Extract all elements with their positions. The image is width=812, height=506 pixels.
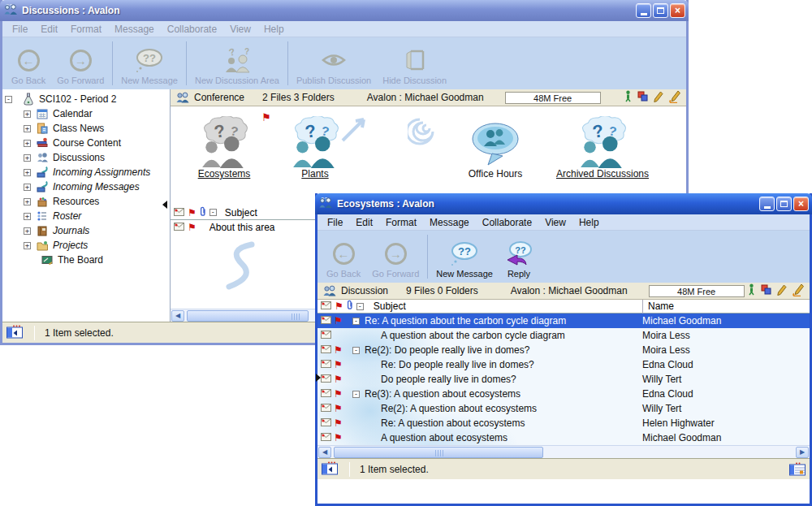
menu-message[interactable]: Message bbox=[423, 215, 476, 230]
inbox-book-icon bbox=[36, 166, 50, 179]
minimize-button[interactable] bbox=[636, 3, 651, 18]
menu-collaborate[interactable]: Collaborate bbox=[476, 215, 538, 230]
thread-expander[interactable]: - bbox=[352, 318, 360, 325]
tree-expander[interactable]: + bbox=[24, 184, 31, 191]
tree-expander[interactable]: + bbox=[24, 213, 31, 220]
menu-help[interactable]: Help bbox=[257, 22, 291, 37]
tree-expander[interactable]: + bbox=[24, 125, 31, 132]
pages-icon[interactable] bbox=[761, 284, 771, 297]
tree-expander[interactable]: + bbox=[24, 198, 31, 205]
tree-item-discussions[interactable]: +Discussions bbox=[2, 150, 170, 165]
tree-item-the-board[interactable]: The Board bbox=[2, 253, 170, 267]
toolbar-button-go-forward[interactable]: →Go Forward bbox=[366, 232, 425, 281]
tree-expander[interactable]: - bbox=[5, 96, 12, 103]
horizontal-scrollbar[interactable]: ◀ ▶ bbox=[317, 445, 810, 458]
tree-item-class-news[interactable]: +Class News bbox=[2, 121, 170, 136]
tree-expander[interactable]: + bbox=[24, 169, 31, 176]
menu-view[interactable]: View bbox=[538, 215, 572, 230]
grid-view-icon[interactable] bbox=[789, 462, 806, 476]
tree-expander[interactable]: + bbox=[24, 242, 31, 249]
pages-icon[interactable] bbox=[637, 91, 648, 104]
maximize-button[interactable] bbox=[776, 197, 792, 211]
tree-expander[interactable]: + bbox=[24, 110, 31, 118]
menu-file[interactable]: File bbox=[321, 215, 349, 230]
scrollbar-thumb[interactable] bbox=[187, 310, 309, 322]
tree-item-incoming-assignments[interactable]: +Incoming Assignments bbox=[2, 165, 170, 179]
scrollbar-thumb[interactable] bbox=[334, 447, 543, 458]
scroll-right-button[interactable]: ▶ bbox=[796, 447, 809, 458]
message-row[interactable]: ⚑Re: A question about ecosystemsHelen Hi… bbox=[317, 416, 810, 430]
conference-item-plants[interactable]: ??Plants bbox=[270, 110, 361, 179]
message-list-header[interactable]: ⚑ - Subject Name bbox=[317, 300, 810, 314]
toolbar-button-new-message[interactable]: ??New Message bbox=[115, 39, 184, 88]
row-icons: ⚑ bbox=[317, 403, 342, 414]
message-row[interactable]: A question about the carbon cycle diagra… bbox=[317, 328, 810, 343]
message-sender: Moira Less bbox=[642, 344, 690, 356]
pencil-key-icon[interactable] bbox=[669, 90, 681, 106]
close-button[interactable]: × bbox=[670, 3, 685, 18]
pencil-icon[interactable] bbox=[777, 284, 787, 298]
tree-expander[interactable]: + bbox=[24, 140, 31, 147]
scrollbar-track[interactable] bbox=[332, 447, 795, 458]
person-green-icon[interactable] bbox=[624, 90, 632, 105]
close-button[interactable]: × bbox=[793, 197, 809, 211]
pane-splitter-arrow-icon[interactable] bbox=[162, 201, 167, 209]
collapse-all-box[interactable]: - bbox=[356, 303, 364, 310]
message-row[interactable]: ⚑-Re: A question about the carbon cycle … bbox=[317, 314, 810, 328]
menu-message[interactable]: Message bbox=[108, 22, 161, 37]
menu-collaborate[interactable]: Collaborate bbox=[161, 22, 223, 37]
tree-item-roster[interactable]: +Roster bbox=[2, 209, 170, 223]
envelope-icon bbox=[321, 432, 331, 443]
toolbar-button-go-back[interactable]: ←Go Back bbox=[6, 39, 51, 88]
message-row[interactable]: ⚑Re: Do people really live in domes?Edna… bbox=[317, 357, 810, 372]
minimize-button[interactable] bbox=[759, 197, 775, 211]
message-row[interactable]: ⚑A question about ecosystemsMichael Good… bbox=[317, 430, 810, 445]
message-row[interactable]: ⚑-Re(2): Do people really live in domes?… bbox=[317, 343, 810, 357]
tree-item-incoming-messages[interactable]: +Incoming Messages bbox=[2, 179, 170, 194]
conference-item-ecosystems[interactable]: ??⚑Ecosystems bbox=[172, 110, 276, 179]
tree-expander[interactable]: + bbox=[24, 227, 31, 235]
conference-item-archived-discussions[interactable]: ??Archived Discussions bbox=[531, 110, 674, 179]
panel-toggle-icon[interactable] bbox=[6, 325, 23, 341]
scroll-left-button[interactable]: ◀ bbox=[171, 310, 184, 322]
tree-expander[interactable]: + bbox=[24, 154, 31, 162]
pencil-key-icon[interactable] bbox=[793, 283, 805, 299]
tree-item-calendar[interactable]: +Calendar bbox=[2, 106, 170, 121]
maximize-button[interactable] bbox=[653, 3, 668, 18]
tree-item-projects[interactable]: +Projects bbox=[2, 238, 170, 253]
menu-format[interactable]: Format bbox=[379, 215, 423, 230]
toolbar-button-publish-discussion[interactable]: Publish Discussion bbox=[291, 39, 377, 88]
message-row[interactable]: ⚑Do people really live in domes?Willy Te… bbox=[317, 372, 810, 387]
thread-expander[interactable]: - bbox=[352, 391, 360, 398]
panel-toggle-icon[interactable] bbox=[322, 461, 338, 478]
tree-item-resources[interactable]: +Resources bbox=[2, 194, 170, 209]
collapse-all-box[interactable]: - bbox=[209, 209, 217, 216]
tree-item-sci102-period-2[interactable]: -SCI102 - Period 2 bbox=[2, 92, 170, 106]
new-message-icon: ?? bbox=[449, 240, 480, 267]
menu-edit[interactable]: Edit bbox=[34, 22, 64, 37]
person-green-icon[interactable] bbox=[748, 283, 755, 298]
message-row[interactable]: ⚑Re(2): A question about ecosystemsWilly… bbox=[317, 401, 810, 416]
menu-help[interactable]: Help bbox=[572, 215, 606, 230]
menu-view[interactable]: View bbox=[223, 22, 257, 37]
toolbar-button-new-discussion-area[interactable]: ??New Discussion Area bbox=[189, 39, 285, 88]
toolbar-button-go-forward[interactable]: →Go Forward bbox=[51, 39, 110, 88]
pencil-icon[interactable] bbox=[654, 91, 663, 105]
message-row[interactable]: ⚑-Re(3): A question about ecosystemsEdna… bbox=[317, 387, 810, 401]
toolbar-button-go-back[interactable]: ←Go Back bbox=[321, 232, 366, 281]
scroll-left-button[interactable]: ◀ bbox=[318, 447, 331, 458]
titlebar-ecosystems[interactable]: ?? Ecosystems : Avalon × bbox=[315, 193, 812, 214]
tree-item-journals[interactable]: +Journals bbox=[2, 223, 170, 238]
pane-splitter-arrow-icon[interactable] bbox=[316, 374, 321, 382]
statusbar-divider bbox=[34, 326, 35, 340]
toolbar-button-reply[interactable]: ??Reply bbox=[499, 232, 539, 281]
message-sender: Willy Tert bbox=[642, 374, 681, 385]
titlebar-discussions[interactable]: ?? Discussions : Avalon × bbox=[0, 0, 689, 21]
toolbar-button-hide-discussion[interactable]: Hide Discussion bbox=[377, 39, 452, 88]
thread-expander[interactable]: - bbox=[352, 347, 360, 354]
tree-item-course-content[interactable]: +Course Content bbox=[2, 136, 170, 150]
menu-format[interactable]: Format bbox=[64, 22, 108, 37]
toolbar-button-new-message[interactable]: ??New Message bbox=[430, 232, 499, 281]
menu-edit[interactable]: Edit bbox=[349, 215, 379, 230]
menu-file[interactable]: File bbox=[6, 22, 34, 37]
